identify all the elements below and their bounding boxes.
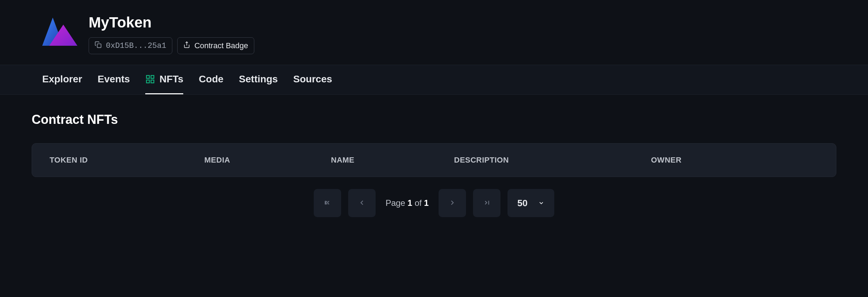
tab-label: Events	[98, 74, 130, 85]
pagination: Page 1 of 1 50	[32, 189, 836, 217]
contract-badge-button[interactable]: Contract Badge	[177, 37, 254, 54]
address-badge[interactable]: 0xD15B...25a1	[89, 37, 172, 54]
svg-rect-0	[97, 44, 101, 48]
page-title: MyToken	[89, 14, 254, 31]
first-page-button[interactable]	[314, 189, 341, 217]
current-page: 1	[408, 198, 412, 208]
tab-nfts[interactable]: NFTs	[145, 65, 183, 94]
tab-events[interactable]: Events	[98, 65, 130, 94]
tabs-nav: Explorer Events NFTs Code Settings Sourc…	[0, 65, 868, 95]
next-page-button[interactable]	[439, 189, 466, 217]
column-header-media: MEDIA	[204, 156, 331, 165]
contract-badge-label: Contract Badge	[194, 41, 248, 50]
tab-label: Settings	[239, 74, 277, 85]
first-page-icon	[324, 199, 331, 208]
of-label: of	[415, 198, 422, 208]
page-info: Page 1 of 1	[383, 198, 432, 208]
svg-rect-3	[151, 76, 154, 78]
page-size-value: 50	[517, 198, 528, 209]
svg-rect-4	[147, 80, 149, 83]
nfts-table: TOKEN ID MEDIA NAME DESCRIPTION OWNER	[32, 143, 836, 177]
header-info: MyToken 0xD15B...25a1	[89, 14, 254, 54]
column-header-owner: OWNER	[651, 156, 818, 165]
column-header-description: DESCRIPTION	[454, 156, 651, 165]
table-header: TOKEN ID MEDIA NAME DESCRIPTION OWNER	[32, 144, 836, 177]
chevron-down-icon	[538, 198, 544, 209]
tab-explorer[interactable]: Explorer	[42, 65, 82, 94]
svg-rect-2	[147, 76, 149, 78]
last-page-button[interactable]	[473, 189, 500, 217]
logo	[42, 14, 77, 46]
page-label: Page	[385, 198, 405, 208]
chevron-left-icon	[358, 199, 366, 208]
badges-row: 0xD15B...25a1 Contract Badge	[89, 37, 254, 54]
column-header-token-id: TOKEN ID	[50, 156, 204, 165]
tab-label: NFTs	[159, 74, 183, 85]
page-size-select[interactable]: 50	[508, 189, 554, 217]
svg-rect-5	[151, 80, 154, 83]
column-header-name: NAME	[331, 156, 454, 165]
tab-settings[interactable]: Settings	[239, 65, 277, 94]
tab-sources[interactable]: Sources	[293, 65, 332, 94]
prev-page-button[interactable]	[348, 189, 376, 217]
nfts-icon	[145, 74, 155, 84]
share-icon	[183, 41, 190, 50]
tab-label: Code	[199, 74, 223, 85]
chevron-right-icon	[448, 199, 456, 208]
tab-label: Explorer	[42, 74, 82, 85]
tab-label: Sources	[293, 74, 332, 85]
copy-icon	[95, 41, 102, 50]
total-pages: 1	[424, 198, 429, 208]
tab-code[interactable]: Code	[199, 65, 223, 94]
main-content: Contract NFTs TOKEN ID MEDIA NAME DESCRI…	[0, 95, 868, 235]
page-header: MyToken 0xD15B...25a1	[0, 0, 868, 65]
contract-address: 0xD15B...25a1	[106, 42, 166, 50]
section-title: Contract NFTs	[32, 112, 836, 127]
last-page-icon	[483, 199, 491, 208]
